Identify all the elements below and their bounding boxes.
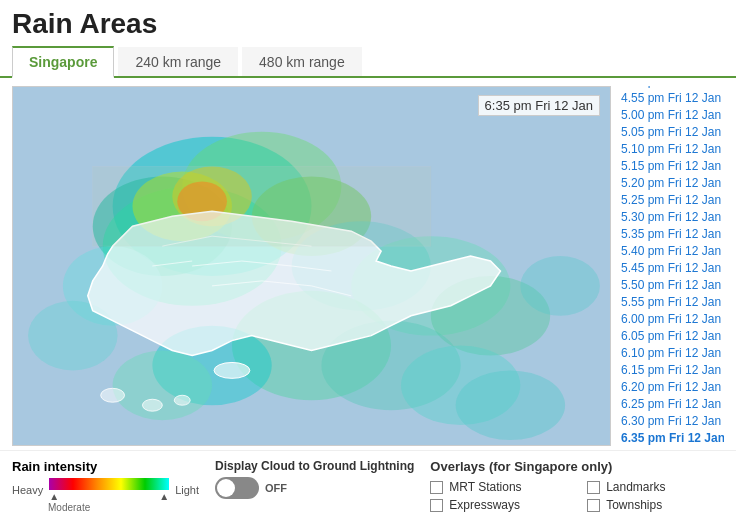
timeline-item[interactable]: 6.15 pm Fri 12 Jan [619, 362, 724, 378]
timeline-item[interactable]: 6.05 pm Fri 12 Jan [619, 328, 724, 344]
main-content: 6:35 pm Fri 12 Jan 4.35 pm Fri 12 Jan4.4… [0, 78, 736, 446]
timeline-item[interactable]: 5.10 pm Fri 12 Jan [619, 141, 724, 157]
timeline-item[interactable]: 5.35 pm Fri 12 Jan [619, 226, 724, 242]
timeline-item[interactable]: 5.05 pm Fri 12 Jan [619, 124, 724, 140]
timeline-item[interactable]: 6.00 pm Fri 12 Jan [619, 311, 724, 327]
overlays-section: Overlays (for Singapore only) MRT Statio… [430, 459, 724, 512]
legend-labels: ▲ ▲ [49, 491, 169, 502]
timeline-item[interactable]: 6.20 pm Fri 12 Jan [619, 379, 724, 395]
timeline-item[interactable]: 4.55 pm Fri 12 Jan [619, 90, 724, 106]
overlays-title: Overlays (for Singapore only) [430, 459, 724, 474]
radar-map[interactable]: 6:35 pm Fri 12 Jan [12, 86, 611, 446]
svg-point-20 [520, 256, 600, 316]
timeline-item[interactable]: 5.25 pm Fri 12 Jan [619, 192, 724, 208]
overlay-label: Landmarks [606, 480, 665, 494]
light-label: Light [175, 484, 199, 496]
timeline-item[interactable]: 6.35 pm Fri 12 Jan [619, 430, 724, 446]
tab-240km[interactable]: 240 km range [118, 47, 238, 76]
overlay-label: Townships [606, 498, 662, 512]
legend-arrow-left: ▲ [49, 491, 59, 502]
timeline-item[interactable]: 6.25 pm Fri 12 Jan [619, 396, 724, 412]
radar-svg [13, 87, 610, 445]
svg-rect-25 [93, 167, 431, 247]
overlays-grid: MRT StationsLandmarksExpresswaysTownship… [430, 480, 724, 512]
timeline-item[interactable]: 5.50 pm Fri 12 Jan [619, 277, 724, 293]
legend-title: Rain intensity [12, 459, 199, 474]
lightning-section: Display Cloud to Ground Lightning OFF [215, 459, 414, 499]
tab-singapore[interactable]: Singapore [12, 46, 114, 78]
tab-480km[interactable]: 480 km range [242, 47, 362, 76]
timeline-item[interactable]: 4.50 pm Fri 12 Jan [619, 86, 724, 89]
overlay-checkbox[interactable] [587, 481, 600, 494]
toggle-container: OFF [215, 477, 414, 499]
svg-point-21 [214, 362, 250, 378]
intensity-legend: Rain intensity Heavy ▲ ▲ Light Moderate [12, 459, 199, 513]
legend-color-bar [49, 478, 169, 490]
legend-arrow-right: ▲ [159, 491, 169, 502]
timeline-item[interactable]: 5.20 pm Fri 12 Jan [619, 175, 724, 191]
overlay-item[interactable]: Landmarks [587, 480, 724, 494]
legend-bar-row: Heavy ▲ ▲ Light [12, 478, 199, 502]
overlay-checkbox[interactable] [430, 499, 443, 512]
svg-point-18 [456, 370, 565, 440]
svg-point-24 [174, 395, 190, 405]
bottom-panel: Rain intensity Heavy ▲ ▲ Light Moderate … [0, 450, 736, 519]
svg-point-23 [142, 399, 162, 411]
toggle-knob [217, 479, 235, 497]
toggle-state-label: OFF [265, 482, 287, 494]
timeline-item[interactable]: 5.55 pm Fri 12 Jan [619, 294, 724, 310]
overlay-label: MRT Stations [449, 480, 521, 494]
timeline-item[interactable]: 5.40 pm Fri 12 Jan [619, 243, 724, 259]
overlay-item[interactable]: Townships [587, 498, 724, 512]
timeline-item[interactable]: 5.45 pm Fri 12 Jan [619, 260, 724, 276]
svg-point-22 [101, 388, 125, 402]
lightning-toggle[interactable] [215, 477, 259, 499]
svg-point-15 [113, 351, 212, 421]
map-timestamp: 6:35 pm Fri 12 Jan [478, 95, 600, 116]
timeline-panel[interactable]: 4.35 pm Fri 12 Jan4.40 pm Fri 12 Jan4.45… [619, 86, 724, 446]
overlay-label: Expressways [449, 498, 520, 512]
tabs-bar: Singapore 240 km range 480 km range [0, 46, 736, 78]
timeline-item[interactable]: 6.30 pm Fri 12 Jan [619, 413, 724, 429]
overlay-item[interactable]: Expressways [430, 498, 567, 512]
moderate-label: Moderate [48, 502, 199, 513]
timeline-item[interactable]: 5.15 pm Fri 12 Jan [619, 158, 724, 174]
timeline-item[interactable]: 5.00 pm Fri 12 Jan [619, 107, 724, 123]
timeline-item[interactable]: 5.30 pm Fri 12 Jan [619, 209, 724, 225]
lightning-title: Display Cloud to Ground Lightning [215, 459, 414, 473]
page-title: Rain Areas [0, 0, 736, 46]
heavy-label: Heavy [12, 484, 43, 496]
overlay-item[interactable]: MRT Stations [430, 480, 567, 494]
timeline-item[interactable]: 6.10 pm Fri 12 Jan [619, 345, 724, 361]
overlay-checkbox[interactable] [587, 499, 600, 512]
overlay-checkbox[interactable] [430, 481, 443, 494]
